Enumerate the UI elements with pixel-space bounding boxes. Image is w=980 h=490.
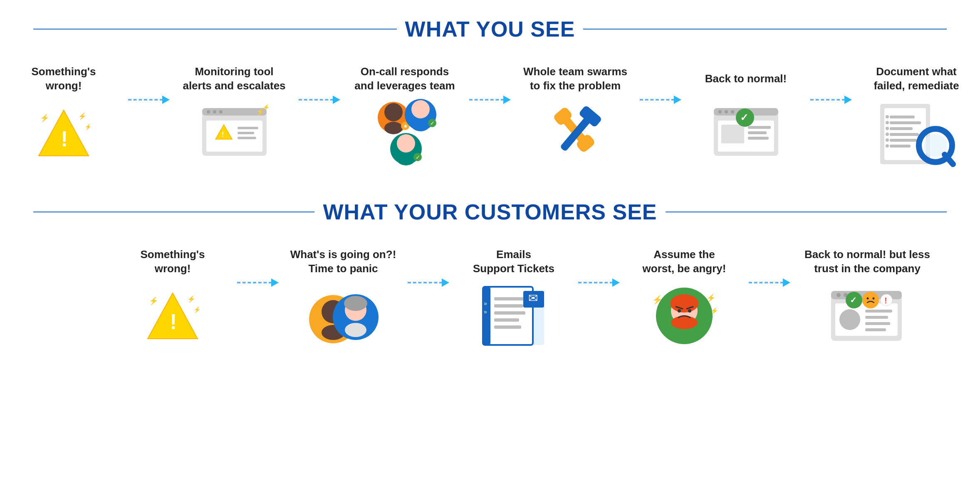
svg-rect-110: [865, 316, 888, 319]
svg-rect-86: [494, 311, 525, 315]
svg-point-60: [886, 127, 889, 130]
svg-text:!: !: [884, 296, 887, 305]
svg-text:⚡: ⚡: [193, 306, 201, 313]
flow-label-3: On-call respondsand leverages team: [354, 62, 455, 96]
angry-person-icon: ⚡ ⚡ ⚡: [654, 286, 715, 346]
svg-rect-52: [890, 116, 915, 118]
svg-text:⚡: ⚡: [710, 307, 718, 315]
svg-point-77: [345, 323, 366, 337]
flow-item-c2: What's is going on?!Time to panic: [279, 245, 408, 353]
svg-point-94: [671, 316, 698, 329]
people-oncall-icon: ★ ✓ ✓: [366, 95, 443, 172]
flow-label-c1: Something'swrong!: [141, 245, 205, 278]
svg-point-40: [718, 110, 722, 113]
svg-rect-53: [890, 121, 921, 124]
flow-item-5: Back to normal!: [681, 62, 810, 170]
svg-rect-81: [483, 287, 490, 345]
svg-rect-112: [865, 328, 886, 331]
flow-label-c4: Assume theworst, be angry!: [643, 245, 726, 278]
flow-icon-4: [538, 96, 613, 170]
arrow-c3: [578, 245, 620, 287]
arrow-1: [128, 62, 170, 104]
svg-point-104: [836, 293, 841, 297]
flow-label-c2: What's is going on?!Time to panic: [290, 245, 396, 278]
arrow-c4: [749, 245, 790, 287]
flow-item-c1: Something'swrong! ⚡ ⚡ ⚡ !: [108, 245, 237, 353]
svg-text:⚡: ⚡: [40, 113, 49, 123]
section1-title: WHAT YOU SEE: [405, 17, 575, 42]
svg-rect-56: [890, 139, 917, 142]
flow-label-4: Whole team swarmsto fix the problem: [523, 62, 627, 96]
svg-point-58: [886, 115, 889, 118]
flow-label-6: Document whatfailed, remediate: [874, 62, 959, 96]
svg-rect-44: [721, 125, 744, 143]
svg-point-93: [670, 294, 698, 313]
svg-rect-15: [238, 137, 256, 139]
svg-rect-45: [748, 126, 771, 129]
svg-rect-85: [494, 304, 523, 308]
section2-header: WHAT YOUR CUSTOMERS SEE: [33, 199, 947, 224]
flow-item-4: Whole team swarmsto fix the problem: [511, 62, 640, 170]
warning-icon: ⚡ ⚡ ⚡ !: [37, 108, 91, 158]
section-what-you-see: WHAT YOU SEE Something'swrong! ⚡ ⚡ ⚡ !: [33, 17, 947, 170]
flow-item-3: On-call respondsand leverages team ★: [340, 62, 469, 170]
arrow-c1: [237, 245, 279, 287]
section2-title: WHAT YOUR CUSTOMERS SEE: [323, 199, 657, 224]
warning-icon-c: ⚡ ⚡ ⚡ !: [146, 291, 200, 341]
arrow-5: [810, 62, 852, 104]
section2-flow: Something'swrong! ⚡ ⚡ ⚡ !: [33, 245, 947, 353]
header-line-left: [33, 29, 397, 30]
page: WHAT YOU SEE Something'swrong! ⚡ ⚡ ⚡ !: [0, 0, 980, 490]
flow-label-1: Something'swrong!: [32, 62, 96, 96]
flow-icon-c3: » » ✉: [476, 278, 551, 353]
header2-line-right: [666, 212, 947, 212]
svg-point-30: [397, 153, 415, 165]
flow-icon-6: [879, 96, 954, 170]
header-line-right: [583, 29, 947, 30]
flow-icon-2: ! ⚡ ⚡: [197, 96, 272, 170]
svg-point-78: [344, 296, 367, 311]
svg-point-63: [886, 144, 889, 148]
email-ticket-icon: » » ✉: [480, 283, 548, 349]
svg-rect-111: [865, 322, 890, 325]
svg-rect-57: [890, 145, 911, 148]
svg-text:✓: ✓: [850, 295, 857, 305]
svg-point-41: [725, 110, 728, 113]
svg-text:⚡: ⚡: [187, 295, 196, 303]
svg-text:»: »: [484, 300, 487, 307]
flow-item-c4: Assume theworst, be angry!: [620, 245, 749, 353]
section1-flow: Something'swrong! ⚡ ⚡ ⚡ !: [33, 62, 947, 170]
arrow-3: [469, 62, 511, 104]
flow-icon-3: ★ ✓ ✓: [367, 96, 442, 170]
svg-point-19: [384, 103, 403, 121]
svg-text:⚡: ⚡: [706, 293, 716, 303]
flow-item-c3: EmailsSupport Tickets » »: [449, 245, 578, 353]
flow-item-2: Monitoring toolalerts and escalates: [170, 62, 299, 170]
section1-header: WHAT YOU SEE: [33, 17, 947, 42]
svg-text:⚡: ⚡: [262, 104, 270, 111]
flow-label-c5: Back to normal! but lesstrust in the com…: [804, 245, 930, 278]
svg-point-61: [886, 133, 889, 136]
result-monitor-icon: ✓ !: [827, 283, 908, 349]
arrow-2: [299, 62, 340, 104]
svg-point-108: [839, 309, 860, 330]
svg-point-62: [886, 138, 889, 142]
arrow-c2: [408, 245, 449, 287]
svg-point-95: [678, 309, 681, 313]
svg-point-117: [872, 298, 874, 300]
svg-text:!: !: [170, 310, 177, 334]
flow-label-5: Back to normal!: [705, 62, 787, 96]
svg-point-42: [731, 110, 734, 113]
flow-icon-5: ✓: [708, 96, 783, 170]
flow-icon-c2: [306, 278, 381, 353]
svg-text:!: !: [222, 131, 224, 138]
svg-point-115: [862, 292, 879, 308]
flow-label-c3: EmailsSupport Tickets: [473, 245, 554, 278]
svg-rect-47: [748, 137, 769, 140]
svg-text:✓: ✓: [416, 154, 420, 160]
svg-point-9: [219, 110, 223, 113]
svg-point-116: [866, 298, 869, 300]
svg-point-7: [207, 110, 210, 113]
svg-rect-84: [494, 297, 527, 300]
svg-rect-46: [748, 131, 767, 134]
